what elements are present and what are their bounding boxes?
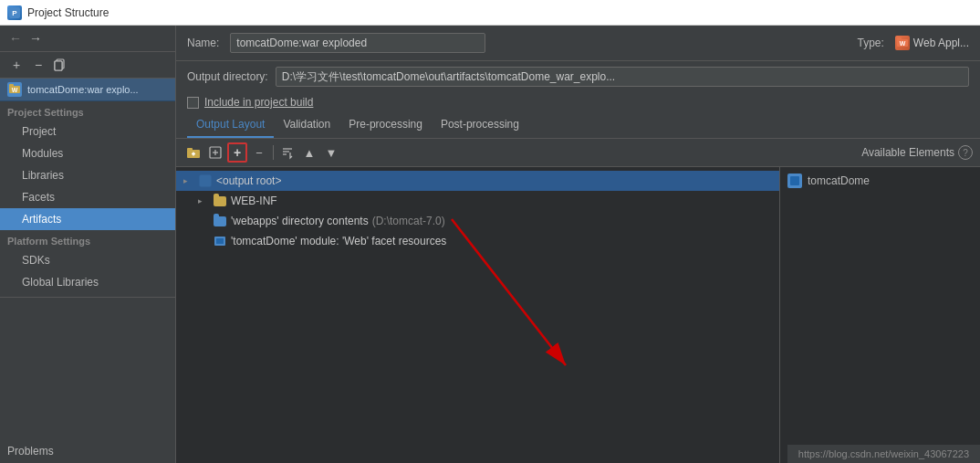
svg-rect-21 bbox=[200, 175, 211, 186]
include-build-row: Include in project build bbox=[176, 92, 980, 112]
remove-element-btn[interactable]: − bbox=[249, 142, 269, 163]
tab-output-layout[interactable]: Output Layout bbox=[187, 112, 274, 138]
name-label: Name: bbox=[187, 37, 219, 49]
url-bar: https://blog.csdn.net/weixin_43067223 bbox=[787, 445, 980, 463]
name-type-row: Name: Type: W Web Appl... bbox=[176, 26, 980, 61]
tab-post-processing[interactable]: Post-processing bbox=[432, 112, 528, 138]
output-dir-input[interactable] bbox=[276, 67, 969, 87]
tree-item-module[interactable]: ▸ 'tomcatDome' module: 'Web' facet resou… bbox=[176, 231, 779, 251]
copy-artifact-btn[interactable] bbox=[51, 56, 69, 74]
platform-settings-header: Platform Settings bbox=[0, 230, 175, 249]
tree-text-root: <output root> bbox=[216, 174, 281, 187]
add-artifact-btn[interactable]: + bbox=[7, 56, 26, 74]
app-icon: P bbox=[7, 5, 22, 20]
sidebar-item-project[interactable]: Project bbox=[0, 121, 175, 142]
sidebar-item-problems[interactable]: Problems bbox=[0, 439, 175, 463]
tree-arrow-root: ▸ bbox=[183, 176, 194, 185]
inner-toolbar: + − ▲ ▼ Available Elements ? bbox=[176, 139, 980, 167]
sidebar-item-sdks[interactable]: SDKs bbox=[0, 249, 175, 271]
move-up-btn[interactable]: ▲ bbox=[299, 142, 319, 163]
output-dir-row: Output directory: bbox=[176, 61, 980, 92]
artifact-tab-label: tomcatDome:war explo... bbox=[27, 84, 168, 95]
include-build-checkbox[interactable] bbox=[187, 97, 199, 109]
type-text: Web Appl... bbox=[913, 37, 969, 49]
nav-forward-btn[interactable]: → bbox=[27, 29, 44, 47]
extract-btn[interactable] bbox=[205, 142, 225, 163]
sort-btn[interactable] bbox=[277, 142, 297, 163]
tree-text-webapps-dim: (D:\tomcat-7.0) bbox=[372, 215, 445, 227]
available-elements-label: Available Elements ? bbox=[861, 145, 973, 160]
create-dir-btn[interactable] bbox=[183, 142, 203, 163]
svg-text:W: W bbox=[900, 40, 906, 47]
tree-item-output-root[interactable]: ▸ <output root> bbox=[176, 171, 779, 191]
svg-rect-12 bbox=[187, 148, 193, 151]
toolbar-separator bbox=[273, 145, 274, 160]
content-area: Name: Type: W Web Appl... Output directo… bbox=[176, 26, 980, 463]
main-container: ← → + − W tomca bbox=[0, 26, 980, 463]
tree-text-webinf: WEB-INF bbox=[231, 195, 277, 207]
tree-text-module: 'tomcatDome' module: 'Web' facet resourc… bbox=[231, 235, 446, 247]
tree-panel: ▸ <output root> ▸ WEB-INF bbox=[176, 167, 779, 463]
tab-validation[interactable]: Validation bbox=[274, 112, 339, 138]
project-settings-header: Project Settings bbox=[0, 101, 175, 121]
remove-artifact-btn[interactable]: − bbox=[29, 56, 47, 74]
available-item-tomcatdome[interactable]: tomcatDome bbox=[780, 171, 980, 191]
tree-arrow-webinf: ▸ bbox=[198, 196, 209, 205]
webinf-folder-icon bbox=[213, 194, 227, 208]
type-label: Type: bbox=[857, 37, 883, 49]
sidebar: ← → + − W tomca bbox=[0, 26, 176, 463]
available-panel: tomcatDome bbox=[779, 167, 980, 463]
webapps-folder-icon bbox=[213, 214, 227, 228]
type-icon: W bbox=[895, 36, 910, 50]
add-element-btn[interactable]: + bbox=[227, 142, 247, 163]
split-panel: ▸ <output root> ▸ WEB-INF bbox=[176, 167, 980, 463]
sidebar-item-facets[interactable]: Facets bbox=[0, 186, 175, 208]
move-down-btn[interactable]: ▼ bbox=[321, 142, 341, 163]
tabs-row: Output Layout Validation Pre-processing … bbox=[176, 112, 980, 139]
module-icon bbox=[787, 174, 802, 188]
svg-text:W: W bbox=[12, 87, 18, 93]
nav-back-btn[interactable]: ← bbox=[7, 29, 24, 47]
tab-pre-processing[interactable]: Pre-processing bbox=[339, 112, 432, 138]
name-input[interactable] bbox=[230, 33, 485, 53]
svg-text:P: P bbox=[12, 9, 17, 17]
tree-item-webinf[interactable]: ▸ WEB-INF bbox=[176, 191, 779, 211]
module-facet-icon bbox=[213, 234, 227, 248]
tree-item-webapps[interactable]: ▸ 'webapps' directory contents (D:\tomca… bbox=[176, 211, 779, 231]
output-dir-label: Output directory: bbox=[187, 70, 268, 83]
type-value: W Web Appl... bbox=[895, 36, 969, 50]
sidebar-toolbar: ← → bbox=[0, 26, 175, 52]
artifact-tab[interactable]: W tomcatDome:war explo... bbox=[0, 79, 175, 101]
help-btn[interactable]: ? bbox=[958, 145, 973, 160]
svg-rect-23 bbox=[216, 238, 224, 244]
sidebar-item-global-libraries[interactable]: Global Libraries bbox=[0, 271, 175, 293]
window-title: Project Structure bbox=[27, 6, 109, 19]
available-item-label: tomcatDome bbox=[808, 174, 870, 187]
sidebar-item-artifacts[interactable]: Artifacts bbox=[0, 208, 175, 230]
include-build-label: Include in project build bbox=[204, 96, 313, 109]
title-bar: P Project Structure bbox=[0, 0, 980, 26]
svg-rect-4 bbox=[55, 61, 62, 70]
artifact-tab-icon: W bbox=[7, 82, 22, 97]
tree-text-webapps: 'webapps' directory contents bbox=[231, 215, 369, 227]
sidebar-item-libraries[interactable]: Libraries bbox=[0, 164, 175, 186]
output-root-icon bbox=[198, 174, 213, 188]
sidebar-item-modules[interactable]: Modules bbox=[0, 142, 175, 164]
